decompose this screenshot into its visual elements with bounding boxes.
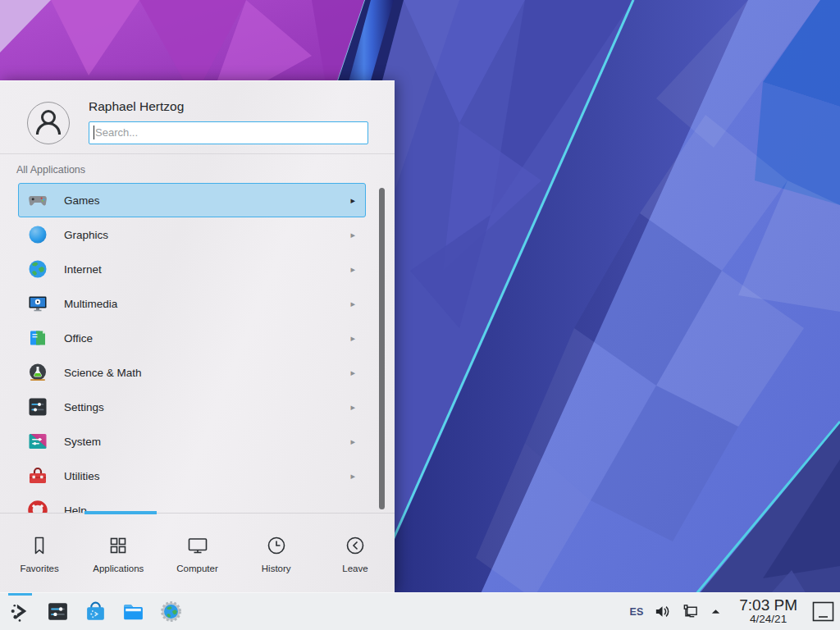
scrollbar-thumb[interactable] — [379, 188, 385, 509]
category-label: Science & Math — [64, 367, 350, 379]
leave-icon — [343, 533, 368, 558]
text-caret — [94, 126, 94, 139]
tab-label: History — [262, 564, 291, 573]
games-icon — [27, 189, 48, 211]
computer-icon — [185, 533, 210, 558]
category-item-utilities[interactable]: Utilities▸ — [18, 459, 366, 493]
office-icon — [27, 327, 48, 349]
system-settings-icon — [46, 600, 70, 623]
system-icon — [27, 431, 48, 452]
taskbar: ES 7:03 PM 4/24/21 — [0, 592, 840, 630]
utilities-icon — [27, 465, 48, 486]
tab-label: Favorites — [20, 564, 58, 573]
user-name: Raphael Hertzog — [89, 99, 184, 114]
submenu-arrow-icon: ▸ — [350, 333, 355, 344]
category-list: Games▸Graphics▸Internet▸Multimedia▸Offic… — [0, 183, 395, 513]
submenu-arrow-icon: ▸ — [350, 264, 355, 275]
taskbar-file-manager[interactable] — [121, 600, 145, 623]
science-icon — [27, 362, 48, 383]
category-item-internet[interactable]: Internet▸ — [18, 252, 366, 286]
multimedia-icon — [27, 293, 48, 314]
submenu-arrow-icon: ▸ — [350, 402, 355, 413]
graphics-icon — [27, 224, 48, 245]
category-item-system[interactable]: System▸ — [18, 424, 366, 459]
applications-icon — [106, 533, 130, 558]
category-item-science-math[interactable]: Science & Math▸ — [18, 355, 366, 390]
header-divider — [0, 153, 395, 154]
network-icon[interactable] — [682, 603, 699, 620]
history-icon — [264, 533, 289, 558]
category-label: Multimedia — [64, 298, 350, 310]
tab-applications[interactable]: Applications — [79, 514, 158, 593]
category-label: Office — [64, 332, 350, 345]
active-launcher-indicator — [8, 593, 32, 596]
category-label: Games — [64, 194, 350, 207]
kickoff-icon — [8, 600, 32, 623]
category-item-games[interactable]: Games▸ — [18, 183, 366, 217]
tab-leave[interactable]: Leave — [316, 514, 395, 593]
clock-date: 4/24/21 — [739, 614, 797, 626]
taskbar-system-settings[interactable] — [46, 600, 70, 623]
submenu-arrow-icon: ▸ — [350, 230, 355, 240]
section-label: All Applications — [16, 164, 85, 176]
tab-label: Applications — [93, 564, 144, 573]
clock-widget[interactable]: 7:03 PM 4/24/21 — [739, 597, 797, 626]
submenu-arrow-icon: ▸ — [350, 299, 355, 309]
category-label: Graphics — [64, 229, 350, 241]
help-icon — [27, 500, 48, 513]
tab-label: Leave — [342, 564, 368, 573]
system-tray: ES 7:03 PM 4/24/21 — [630, 597, 840, 626]
user-avatar-icon — [27, 102, 70, 144]
category-item-office[interactable]: Office▸ — [18, 321, 366, 355]
submenu-arrow-icon: ▸ — [350, 436, 355, 447]
category-label: Internet — [64, 263, 350, 276]
category-item-multimedia[interactable]: Multimedia▸ — [18, 286, 366, 321]
search-input[interactable]: Search... — [89, 121, 368, 144]
category-item-help[interactable]: Help — [18, 493, 366, 513]
discover-icon — [84, 600, 107, 623]
taskbar-web-browser[interactable] — [159, 600, 183, 623]
submenu-arrow-icon: ▸ — [350, 368, 355, 378]
submenu-arrow-icon: ▸ — [350, 471, 355, 482]
app-launcher-menu: Raphael Hertzog Search... All Applicatio… — [0, 80, 395, 593]
favorites-icon — [27, 533, 52, 558]
category-label: Utilities — [64, 470, 350, 482]
submenu-arrow-icon: ▸ — [350, 195, 355, 206]
expand-tray-icon[interactable] — [710, 605, 722, 618]
keyboard-layout-indicator[interactable]: ES — [630, 606, 644, 618]
category-item-graphics[interactable]: Graphics▸ — [18, 217, 366, 252]
show-desktop-button[interactable] — [812, 601, 834, 622]
category-label: Settings — [64, 401, 350, 413]
category-item-settings[interactable]: Settings▸ — [18, 390, 366, 424]
tab-history[interactable]: History — [237, 514, 316, 593]
taskbar-discover[interactable] — [84, 600, 107, 623]
taskbar-launchers — [0, 600, 183, 623]
clock-time: 7:03 PM — [739, 597, 797, 614]
tab-computer[interactable]: Computer — [158, 514, 236, 593]
settings-icon — [27, 396, 48, 418]
tab-favorites[interactable]: Favorites — [0, 514, 79, 593]
taskbar-app-launcher[interactable] — [8, 600, 32, 623]
desktop: Raphael Hertzog Search... All Applicatio… — [0, 0, 840, 630]
tab-label: Computer — [176, 564, 218, 573]
dolphin-icon — [121, 600, 145, 623]
category-label: System — [64, 436, 350, 448]
browser-icon — [159, 600, 183, 623]
search-placeholder: Search... — [95, 126, 138, 139]
internet-icon — [27, 258, 48, 280]
volume-icon[interactable] — [654, 603, 671, 620]
launcher-tab-bar: FavoritesApplicationsComputerHistoryLeav… — [0, 514, 395, 593]
